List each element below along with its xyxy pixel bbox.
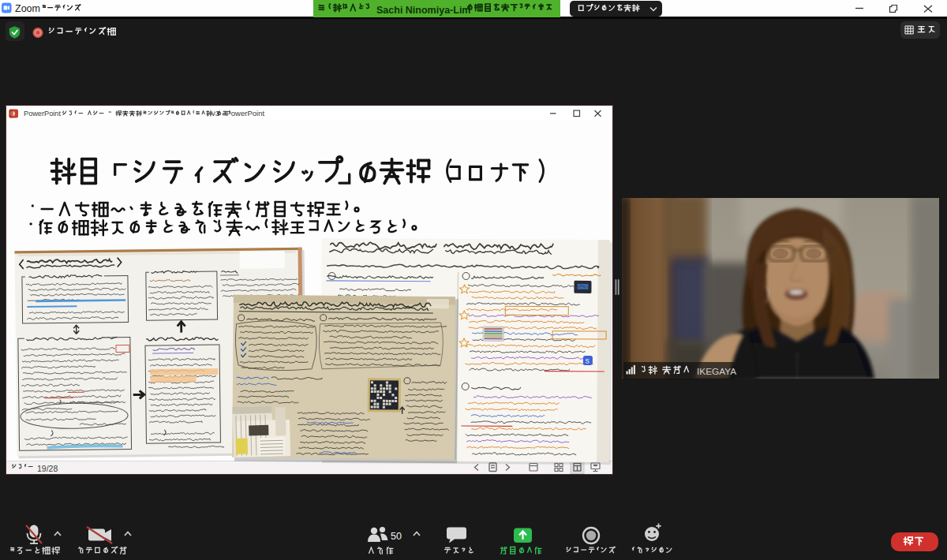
svg-text:S: S xyxy=(585,357,589,364)
svg-text:v3 - PowerPoint: v3 - PowerPoint xyxy=(211,109,264,118)
svg-text:PowerPoint: PowerPoint xyxy=(24,110,61,118)
svg-text:IKEGAYA: IKEGAYA xyxy=(697,366,736,377)
svg-text:Sachi Ninomiya-Lim: Sachi Ninomiya-Lim xyxy=(376,5,470,16)
svg-text:50: 50 xyxy=(391,531,402,542)
svg-text:19/28: 19/28 xyxy=(37,464,58,473)
svg-text:Zoom: Zoom xyxy=(15,3,40,14)
